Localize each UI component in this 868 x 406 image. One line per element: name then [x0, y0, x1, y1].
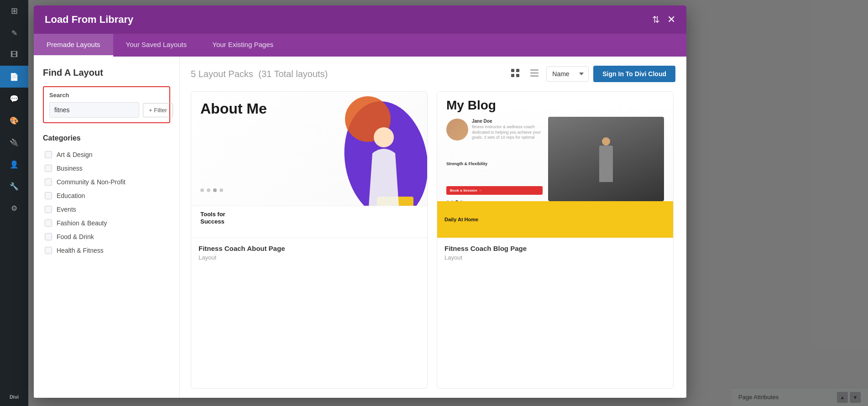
card-image-fitness-about: About Me 02	[191, 92, 427, 238]
category-business[interactable]: Business	[43, 161, 170, 175]
card-about-title: About Me	[200, 101, 267, 117]
content-count: 5 Layout Packs (31 Total layouts)	[191, 69, 328, 79]
sidebar-users[interactable]: 👤	[0, 153, 28, 175]
layout-grid: About Me 02	[191, 91, 675, 389]
list-view-button[interactable]	[527, 67, 542, 82]
modal-overlay: Load From Library ⇅ ✕ Premade Layouts Yo…	[28, 0, 868, 406]
card-about-content: About Me 02	[191, 92, 427, 238]
svg-rect-5	[530, 72, 539, 73]
sign-in-divi-cloud-button[interactable]: Sign In To Divi Cloud	[593, 66, 675, 82]
category-health-fitness[interactable]: Health & Fitness	[43, 244, 170, 257]
divi-label: Divi	[10, 394, 19, 400]
content-actions: Name Date Popular Sign In To Divi Cloud	[508, 66, 675, 82]
card-about-subtitle: Tools forSuccess	[200, 211, 418, 225]
sidebar-posts[interactable]: ✎	[0, 22, 28, 44]
card-about-bottom-strip: Tools forSuccess	[191, 206, 427, 238]
sidebar-pages[interactable]: 📄	[0, 66, 28, 88]
category-label-art-design: Art & Design	[57, 151, 93, 158]
card-info-fitness-blog: Fitness Coach Blog Page Layout	[437, 238, 673, 267]
svg-point-11	[374, 127, 394, 147]
sort-wrapper: Name Date Popular	[546, 66, 589, 82]
layout-total-count: (31 Total layouts)	[258, 69, 328, 79]
layout-card-fitness-about[interactable]: About Me 02	[191, 91, 428, 389]
category-label-health-fitness: Health & Fitness	[57, 247, 104, 254]
card-info-fitness-about: Fitness Coach About Page Layout	[191, 238, 427, 267]
sort-select[interactable]: Name Date Popular	[546, 66, 589, 82]
category-checkbox-art-design[interactable]	[45, 151, 52, 158]
sort-icon[interactable]: ⇅	[652, 14, 660, 25]
search-section: Search + Filter	[43, 86, 170, 123]
blog-cta-button: Book a Session →	[450, 188, 539, 193]
tab-saved-layouts[interactable]: Your Saved Layouts	[113, 34, 200, 57]
modal-header-actions: ⇅ ✕	[652, 14, 675, 26]
category-food-drink[interactable]: Food & Drink	[43, 230, 170, 244]
category-events[interactable]: Events	[43, 203, 170, 216]
grid-view-button[interactable]	[508, 67, 523, 82]
blog-preview: My Blog Jane Do	[437, 92, 673, 238]
sidebar-plugins[interactable]: 🔌	[0, 131, 28, 153]
category-community[interactable]: Community & Non-Profit	[43, 175, 170, 189]
category-art-design[interactable]: Art & Design	[43, 148, 170, 161]
card-type-fitness-about: Layout	[199, 254, 420, 261]
sidebar-wp-logo[interactable]: ⊞	[0, 0, 28, 22]
sidebar-appearance[interactable]: 🎨	[0, 109, 28, 131]
category-checkbox-health-fitness[interactable]	[45, 247, 52, 254]
svg-rect-6	[530, 75, 539, 77]
category-checkbox-community[interactable]	[45, 178, 52, 186]
search-input[interactable]	[49, 102, 139, 118]
card-name-fitness-blog: Fitness Coach Blog Page	[444, 245, 666, 252]
category-label-community: Community & Non-Profit	[57, 178, 125, 186]
modal-body: Find A Layout Search + Filter Categories…	[34, 57, 686, 398]
layout-card-fitness-blog[interactable]: My Blog Jane Do	[437, 91, 674, 389]
blog-left-col: Jane Doe fitness instructor & wellness c…	[446, 117, 543, 201]
category-checkbox-food-drink[interactable]	[45, 233, 52, 240]
category-checkbox-events[interactable]	[45, 206, 52, 213]
card-name-fitness-about: Fitness Coach About Page	[199, 245, 420, 252]
category-checkbox-fashion-beauty[interactable]	[45, 219, 52, 227]
sidebar-tools[interactable]: 🔧	[0, 175, 28, 197]
blog-avatar	[446, 119, 468, 141]
categories-title: Categories	[43, 134, 170, 142]
sidebar-comments[interactable]: 💬	[0, 88, 28, 109]
modal-title: Load From Library	[45, 14, 133, 26]
card-about-dots	[200, 188, 223, 192]
svg-rect-0	[511, 69, 514, 72]
blog-preview-content: Jane Doe fitness instructor & wellness c…	[446, 117, 664, 201]
category-label-education: Education	[57, 192, 85, 199]
modal-tabs: Premade Layouts Your Saved Layouts Your …	[34, 34, 686, 57]
search-input-row: + Filter	[49, 102, 164, 118]
blog-bottom-strip: Daily At Home	[437, 201, 673, 238]
layout-sidebar: Find A Layout Search + Filter Categories…	[34, 57, 180, 398]
layout-pack-count: 5 Layout Packs	[191, 69, 253, 79]
close-button[interactable]: ✕	[667, 14, 675, 26]
wp-sidebar: ⊞ ✎ 🎞 📄 💬 🎨 🔌 👤 🔧 ⚙	[0, 0, 28, 406]
svg-rect-2	[511, 74, 514, 77]
modal-header: Load From Library ⇅ ✕	[34, 5, 686, 34]
blog-right-col	[548, 117, 664, 201]
card-about-top: About Me 02	[191, 92, 427, 206]
search-label: Search	[49, 92, 164, 99]
find-layout-title: Find A Layout	[43, 68, 170, 78]
category-education[interactable]: Education	[43, 189, 170, 203]
category-label-fashion-beauty: Fashion & Beauty	[57, 219, 107, 227]
card-blog-title: My Blog	[446, 98, 496, 113]
filter-button[interactable]: + Filter	[143, 103, 173, 117]
content-header: 5 Layout Packs (31 Total layouts)	[191, 66, 675, 82]
category-label-events: Events	[57, 206, 76, 213]
tab-existing-pages[interactable]: Your Existing Pages	[199, 34, 286, 57]
svg-rect-3	[516, 74, 519, 77]
category-label-food-drink: Food & Drink	[57, 233, 94, 240]
blog-daily-text: Daily At Home	[444, 217, 478, 222]
divi-brand: Divi	[0, 388, 28, 406]
category-fashion-beauty[interactable]: Fashion & Beauty	[43, 216, 170, 230]
sidebar-settings[interactable]: ⚙	[0, 197, 28, 219]
card-image-fitness-blog: My Blog Jane Do	[437, 92, 673, 238]
tab-premade-layouts[interactable]: Premade Layouts	[34, 34, 113, 57]
blog-strength-label: Strength & Flexibility	[446, 161, 543, 166]
sidebar-media[interactable]: 🎞	[0, 44, 28, 66]
svg-rect-4	[530, 69, 539, 71]
category-checkbox-business[interactable]	[45, 165, 52, 172]
layout-content: 5 Layout Packs (31 Total layouts)	[180, 57, 686, 398]
category-checkbox-education[interactable]	[45, 192, 52, 199]
category-label-business: Business	[57, 165, 83, 172]
